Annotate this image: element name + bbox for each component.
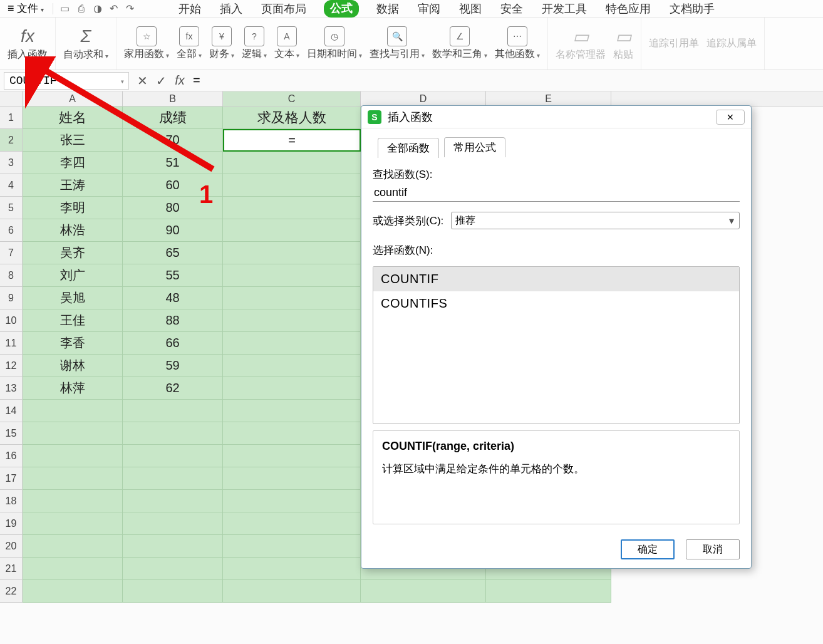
cell[interactable]: [223, 558, 361, 580]
tab-formulas[interactable]: 公式: [324, 0, 359, 18]
cell[interactable]: [223, 377, 361, 400]
cell[interactable]: [361, 580, 486, 603]
cell[interactable]: [23, 400, 123, 422]
file-menu[interactable]: 文件: [4, 1, 48, 16]
row-header[interactable]: 5: [0, 197, 23, 219]
cancel-button[interactable]: 取消: [686, 539, 740, 559]
ok-button[interactable]: 确定: [621, 539, 675, 559]
cell[interactable]: 成绩: [123, 106, 223, 129]
cell[interactable]: 求及格人数: [223, 106, 361, 129]
tab-review[interactable]: 审阅: [417, 0, 442, 18]
lookup-fn-button[interactable]: 🔍 查找与引用: [366, 24, 428, 63]
cell[interactable]: [123, 558, 223, 580]
tab-all-functions[interactable]: 全部函数: [378, 138, 439, 158]
close-icon[interactable]: ✕: [716, 110, 745, 125]
cell[interactable]: [223, 467, 361, 490]
row-header[interactable]: 1: [0, 106, 23, 129]
col-header-e[interactable]: E: [486, 91, 611, 106]
row-header[interactable]: 8: [0, 264, 23, 287]
print-icon[interactable]: ⎙: [75, 3, 88, 15]
cell[interactable]: 51: [123, 152, 223, 174]
tab-insert[interactable]: 插入: [219, 0, 244, 18]
datetime-fn-button[interactable]: ◷ 日期和时间: [303, 24, 366, 63]
tab-view[interactable]: 视图: [458, 0, 483, 18]
cell[interactable]: [223, 422, 361, 445]
active-cell[interactable]: =: [223, 129, 361, 152]
save-icon[interactable]: ▭: [58, 3, 72, 15]
cell[interactable]: 刘广: [23, 264, 123, 287]
cell[interactable]: [223, 332, 361, 355]
cell[interactable]: [223, 264, 361, 287]
formula-input[interactable]: =: [189, 73, 823, 88]
cell[interactable]: [223, 152, 361, 174]
cell[interactable]: [23, 445, 123, 467]
row-header[interactable]: 22: [0, 580, 23, 603]
cell[interactable]: [123, 490, 223, 512]
row-header[interactable]: 10: [0, 309, 23, 332]
cell[interactable]: [23, 512, 123, 535]
row-header[interactable]: 18: [0, 490, 23, 512]
cell[interactable]: [123, 445, 223, 467]
dialog-titlebar[interactable]: S 插入函数 ✕: [361, 106, 751, 128]
cell[interactable]: [23, 580, 123, 603]
cell[interactable]: [23, 467, 123, 490]
list-item[interactable]: COUNTIFS: [373, 291, 739, 316]
row-header[interactable]: 7: [0, 242, 23, 264]
cell[interactable]: [223, 174, 361, 197]
cell[interactable]: [123, 535, 223, 558]
autosum-button[interactable]: Σ 自动求和: [60, 23, 112, 64]
row-header[interactable]: 16: [0, 445, 23, 467]
cell[interactable]: [223, 355, 361, 377]
cell[interactable]: 李香: [23, 332, 123, 355]
col-header-d[interactable]: D: [361, 91, 486, 106]
cell[interactable]: 林萍: [23, 377, 123, 400]
select-all-corner[interactable]: [0, 91, 23, 106]
cell[interactable]: 吴旭: [23, 287, 123, 309]
cell[interactable]: [123, 580, 223, 603]
cell[interactable]: [123, 467, 223, 490]
finance-fn-button[interactable]: ¥ 财务: [205, 24, 238, 63]
other-fn-button[interactable]: ⋯ 其他函数: [491, 24, 544, 63]
row-header[interactable]: 12: [0, 355, 23, 377]
row-header[interactable]: 14: [0, 400, 23, 422]
cell[interactable]: 70: [123, 129, 223, 152]
insert-function-button[interactable]: fx 插入函数: [4, 23, 51, 64]
cell[interactable]: [223, 287, 361, 309]
search-function-input[interactable]: [373, 184, 740, 202]
cell[interactable]: 李明: [23, 197, 123, 219]
cell[interactable]: [223, 197, 361, 219]
row-header[interactable]: 21: [0, 558, 23, 580]
undo-icon[interactable]: ↶: [107, 3, 121, 15]
cell[interactable]: 62: [123, 377, 223, 400]
cell[interactable]: [223, 400, 361, 422]
tab-pagelayout[interactable]: 页面布局: [260, 0, 308, 18]
row-header[interactable]: 13: [0, 377, 23, 400]
preview-icon[interactable]: ◑: [91, 3, 105, 15]
cell[interactable]: [123, 400, 223, 422]
cell[interactable]: [223, 512, 361, 535]
common-fn-button[interactable]: ☆ 家用函数: [120, 24, 173, 63]
cell[interactable]: 88: [123, 309, 223, 332]
accept-formula-icon[interactable]: ✓: [152, 73, 170, 88]
cell[interactable]: [223, 242, 361, 264]
row-header[interactable]: 4: [0, 174, 23, 197]
cell[interactable]: [223, 445, 361, 467]
cell[interactable]: [23, 490, 123, 512]
cell[interactable]: [23, 558, 123, 580]
row-header[interactable]: 3: [0, 152, 23, 174]
cell[interactable]: 66: [123, 332, 223, 355]
all-fn-button[interactable]: fx 全部: [173, 24, 205, 63]
cell[interactable]: 48: [123, 287, 223, 309]
list-item[interactable]: COUNTIF: [373, 267, 739, 291]
row-header[interactable]: 19: [0, 512, 23, 535]
cell[interactable]: 谢林: [23, 355, 123, 377]
text-fn-button[interactable]: A 文本: [271, 24, 303, 63]
row-header[interactable]: 17: [0, 467, 23, 490]
cell[interactable]: 王佳: [23, 309, 123, 332]
col-header-b[interactable]: B: [123, 91, 223, 106]
category-select[interactable]: 推荐: [451, 212, 740, 229]
cell[interactable]: 李四: [23, 152, 123, 174]
cell[interactable]: [123, 422, 223, 445]
cell[interactable]: 吴齐: [23, 242, 123, 264]
cancel-formula-icon[interactable]: ✕: [133, 73, 152, 88]
